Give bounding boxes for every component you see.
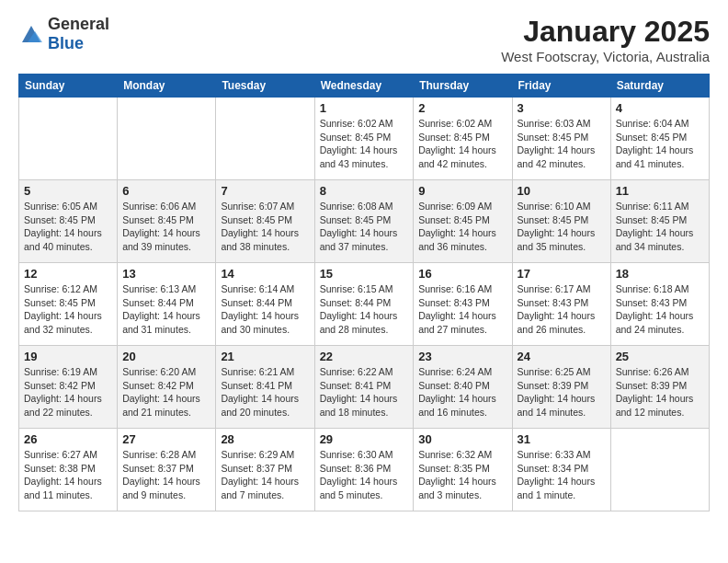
calendar-cell — [118, 98, 216, 180]
day-number: 16 — [418, 267, 506, 281]
day-number: 20 — [122, 350, 210, 363]
day-info: Sunrise: 6:14 AMSunset: 8:44 PMDaylight:… — [221, 282, 309, 337]
day-info: Sunrise: 6:29 AMSunset: 8:37 PMDaylight:… — [221, 448, 309, 502]
day-number: 21 — [221, 350, 309, 363]
day-number: 24 — [518, 350, 606, 363]
day-number: 29 — [320, 432, 409, 446]
header-tuesday: Tuesday — [216, 75, 314, 98]
calendar-week-2: 5Sunrise: 6:05 AMSunset: 8:45 PMDaylight… — [19, 180, 710, 263]
calendar-table: Sunday Monday Tuesday Wednesday Thursday… — [18, 74, 710, 511]
calendar-header: Sunday Monday Tuesday Wednesday Thursday… — [19, 75, 710, 98]
day-number: 23 — [418, 350, 506, 363]
day-number: 14 — [221, 267, 309, 281]
calendar-cell: 6Sunrise: 6:06 AMSunset: 8:45 PMDaylight… — [118, 180, 216, 263]
calendar-cell: 17Sunrise: 6:17 AMSunset: 8:43 PMDayligh… — [512, 263, 610, 346]
day-number: 5 — [24, 184, 112, 198]
day-number: 11 — [616, 184, 704, 198]
day-number: 15 — [320, 267, 409, 281]
day-info: Sunrise: 6:12 AMSunset: 8:45 PMDaylight:… — [24, 282, 112, 337]
calendar-cell: 15Sunrise: 6:15 AMSunset: 8:44 PMDayligh… — [314, 263, 414, 346]
header-monday: Monday — [118, 75, 216, 98]
calendar-week-5: 26Sunrise: 6:27 AMSunset: 8:38 PMDayligh… — [19, 429, 710, 511]
logo-general: General — [48, 15, 109, 33]
day-number: 1 — [320, 101, 409, 115]
day-info: Sunrise: 6:18 AMSunset: 8:43 PMDaylight:… — [616, 282, 704, 337]
day-number: 26 — [24, 432, 112, 446]
day-number: 4 — [616, 101, 704, 115]
day-number: 17 — [518, 267, 606, 281]
day-info: Sunrise: 6:28 AMSunset: 8:37 PMDaylight:… — [122, 448, 210, 502]
header-thursday: Thursday — [414, 75, 512, 98]
day-number: 19 — [24, 350, 112, 363]
calendar-cell: 29Sunrise: 6:30 AMSunset: 8:36 PMDayligh… — [314, 429, 414, 511]
calendar-cell: 31Sunrise: 6:33 AMSunset: 8:34 PMDayligh… — [512, 429, 610, 511]
title-block: January 2025 West Footscray, Victoria, A… — [501, 15, 710, 64]
calendar-body: 1Sunrise: 6:02 AMSunset: 8:45 PMDaylight… — [19, 98, 710, 511]
day-number: 30 — [418, 432, 506, 446]
calendar-cell: 18Sunrise: 6:18 AMSunset: 8:43 PMDayligh… — [610, 263, 709, 346]
day-number: 2 — [418, 101, 506, 115]
calendar-title: January 2025 — [501, 15, 710, 49]
calendar-subtitle: West Footscray, Victoria, Australia — [501, 49, 710, 64]
calendar-cell: 3Sunrise: 6:03 AMSunset: 8:45 PMDaylight… — [512, 98, 610, 180]
calendar-cell: 28Sunrise: 6:29 AMSunset: 8:37 PMDayligh… — [216, 429, 314, 511]
day-info: Sunrise: 6:16 AMSunset: 8:43 PMDaylight:… — [418, 282, 506, 337]
day-info: Sunrise: 6:22 AMSunset: 8:41 PMDaylight:… — [320, 365, 409, 419]
day-number: 3 — [518, 101, 606, 115]
logo-icon — [18, 24, 44, 44]
day-info: Sunrise: 6:20 AMSunset: 8:42 PMDaylight:… — [122, 365, 210, 419]
calendar-cell — [610, 429, 709, 511]
calendar-cell: 20Sunrise: 6:20 AMSunset: 8:42 PMDayligh… — [118, 346, 216, 429]
calendar-cell: 10Sunrise: 6:10 AMSunset: 8:45 PMDayligh… — [512, 180, 610, 263]
day-number: 18 — [616, 267, 704, 281]
calendar-cell: 4Sunrise: 6:04 AMSunset: 8:45 PMDaylight… — [610, 98, 709, 180]
day-number: 31 — [518, 432, 606, 446]
calendar-cell: 25Sunrise: 6:26 AMSunset: 8:39 PMDayligh… — [610, 346, 709, 429]
calendar-cell: 26Sunrise: 6:27 AMSunset: 8:38 PMDayligh… — [19, 429, 118, 511]
calendar-cell: 21Sunrise: 6:21 AMSunset: 8:41 PMDayligh… — [216, 346, 314, 429]
calendar-cell: 30Sunrise: 6:32 AMSunset: 8:35 PMDayligh… — [414, 429, 512, 511]
calendar-cell: 7Sunrise: 6:07 AMSunset: 8:45 PMDaylight… — [216, 180, 314, 263]
header-sunday: Sunday — [19, 75, 118, 98]
calendar-cell — [19, 98, 118, 180]
day-number: 12 — [24, 267, 112, 281]
day-info: Sunrise: 6:15 AMSunset: 8:44 PMDaylight:… — [320, 282, 409, 337]
day-number: 9 — [418, 184, 506, 198]
calendar-cell: 23Sunrise: 6:24 AMSunset: 8:40 PMDayligh… — [414, 346, 512, 429]
day-info: Sunrise: 6:11 AMSunset: 8:45 PMDaylight:… — [616, 200, 704, 254]
calendar-cell: 19Sunrise: 6:19 AMSunset: 8:42 PMDayligh… — [19, 346, 118, 429]
day-info: Sunrise: 6:06 AMSunset: 8:45 PMDaylight:… — [122, 200, 210, 254]
day-number: 27 — [122, 432, 210, 446]
day-number: 13 — [122, 267, 210, 281]
day-info: Sunrise: 6:13 AMSunset: 8:44 PMDaylight:… — [122, 282, 210, 337]
calendar-cell: 27Sunrise: 6:28 AMSunset: 8:37 PMDayligh… — [118, 429, 216, 511]
day-info: Sunrise: 6:26 AMSunset: 8:39 PMDaylight:… — [616, 365, 704, 419]
day-number: 7 — [221, 184, 309, 198]
calendar-cell: 1Sunrise: 6:02 AMSunset: 8:45 PMDaylight… — [314, 98, 414, 180]
calendar-week-1: 1Sunrise: 6:02 AMSunset: 8:45 PMDaylight… — [19, 98, 710, 180]
day-number: 6 — [122, 184, 210, 198]
day-info: Sunrise: 6:30 AMSunset: 8:36 PMDaylight:… — [320, 448, 409, 502]
header-saturday: Saturday — [610, 75, 709, 98]
calendar-cell: 8Sunrise: 6:08 AMSunset: 8:45 PMDaylight… — [314, 180, 414, 263]
day-info: Sunrise: 6:21 AMSunset: 8:41 PMDaylight:… — [221, 365, 309, 419]
calendar-cell: 22Sunrise: 6:22 AMSunset: 8:41 PMDayligh… — [314, 346, 414, 429]
calendar-cell: 5Sunrise: 6:05 AMSunset: 8:45 PMDaylight… — [19, 180, 118, 263]
calendar-week-3: 12Sunrise: 6:12 AMSunset: 8:45 PMDayligh… — [19, 263, 710, 346]
day-number: 25 — [616, 350, 704, 363]
day-info: Sunrise: 6:24 AMSunset: 8:40 PMDaylight:… — [418, 365, 506, 419]
calendar-cell: 24Sunrise: 6:25 AMSunset: 8:39 PMDayligh… — [512, 346, 610, 429]
day-info: Sunrise: 6:04 AMSunset: 8:45 PMDaylight:… — [616, 117, 704, 171]
header-friday: Friday — [512, 75, 610, 98]
day-info: Sunrise: 6:19 AMSunset: 8:42 PMDaylight:… — [24, 365, 112, 419]
day-info: Sunrise: 6:32 AMSunset: 8:35 PMDaylight:… — [418, 448, 506, 502]
day-info: Sunrise: 6:08 AMSunset: 8:45 PMDaylight:… — [320, 200, 409, 254]
day-number: 22 — [320, 350, 409, 363]
calendar-cell: 9Sunrise: 6:09 AMSunset: 8:45 PMDaylight… — [414, 180, 512, 263]
day-info: Sunrise: 6:25 AMSunset: 8:39 PMDaylight:… — [518, 365, 606, 419]
day-info: Sunrise: 6:10 AMSunset: 8:45 PMDaylight:… — [518, 200, 606, 254]
day-info: Sunrise: 6:02 AMSunset: 8:45 PMDaylight:… — [418, 117, 506, 171]
day-info: Sunrise: 6:09 AMSunset: 8:45 PMDaylight:… — [418, 200, 506, 254]
day-info: Sunrise: 6:33 AMSunset: 8:34 PMDaylight:… — [518, 448, 606, 502]
calendar-cell: 2Sunrise: 6:02 AMSunset: 8:45 PMDaylight… — [414, 98, 512, 180]
